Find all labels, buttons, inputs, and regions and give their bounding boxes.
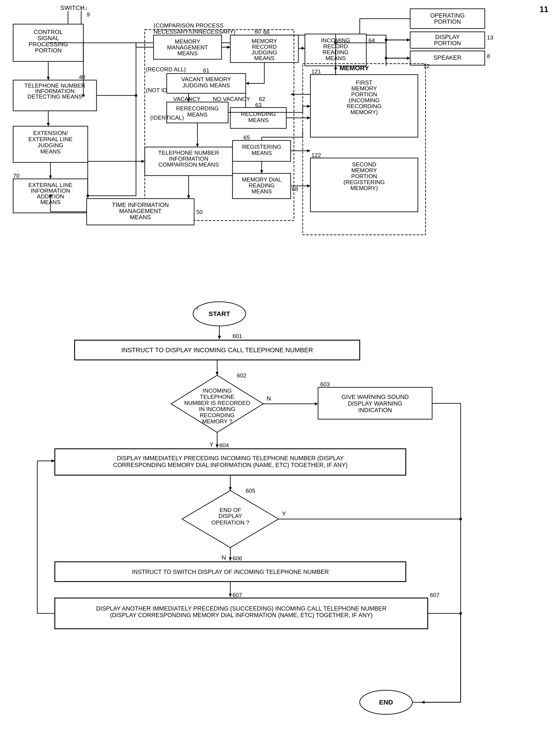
svg-text:PORTION: PORTION xyxy=(434,18,461,25)
svg-text:603: 603 xyxy=(320,381,330,387)
svg-text:DISPLAY: DISPLAY xyxy=(435,34,460,40)
svg-text:DISPLAY ANOTHER IMMEDIATELY PR: DISPLAY ANOTHER IMMEDIATELY PRECEDING (S… xyxy=(96,605,387,612)
svg-text:NUMBER IS RECORDED: NUMBER IS RECORDED xyxy=(184,400,250,406)
svg-point-186 xyxy=(87,195,89,197)
svg-text:RECORDING: RECORDING xyxy=(347,103,382,109)
svg-text:61: 61 xyxy=(203,67,210,74)
svg-text:Y: Y xyxy=(282,510,286,517)
svg-text:IN INCOMING: IN INCOMING xyxy=(199,406,235,412)
main-diagram-svg: 11 SWITCH ↓ ↓ 9 CONTROL SIGNAL PROCESSIN… xyxy=(0,0,560,742)
svg-text:DISPLAY WARNING: DISPLAY WARNING xyxy=(348,400,402,407)
svg-marker-223 xyxy=(216,444,219,448)
svg-marker-195 xyxy=(218,336,221,339)
svg-text:MEANS: MEANS xyxy=(254,55,274,61)
svg-text:(REGISTERING: (REGISTERING xyxy=(343,179,385,186)
svg-text:N: N xyxy=(222,554,226,561)
svg-text:607: 607 xyxy=(232,592,242,598)
svg-text:(COMPARISON PROCESS: (COMPARISON PROCESS xyxy=(154,22,224,29)
svg-text:MEMORY DIAL: MEMORY DIAL xyxy=(242,176,281,183)
svg-text:INDICATION: INDICATION xyxy=(358,407,392,414)
svg-marker-166 xyxy=(407,38,410,42)
svg-text:EXTERNAL LINE: EXTERNAL LINE xyxy=(28,136,72,143)
svg-text:MEMORY: MEMORY xyxy=(351,167,377,174)
svg-marker-187 xyxy=(142,160,145,163)
svg-text:GIVE WARNING SOUND: GIVE WARNING SOUND xyxy=(341,394,409,400)
svg-text:SPEAKER: SPEAKER xyxy=(434,54,461,61)
svg-text:↓ ↓: ↓ ↓ xyxy=(80,4,88,11)
svg-text:121: 121 xyxy=(312,68,321,75)
svg-text:↓: ↓ xyxy=(196,304,199,311)
svg-marker-200 xyxy=(216,372,219,375)
svg-marker-39 xyxy=(47,123,50,126)
svg-text:MEMORY: MEMORY xyxy=(175,38,201,45)
svg-text:JUDGING: JUDGING xyxy=(38,142,63,149)
svg-text:(INCOMING: (INCOMING xyxy=(348,97,380,104)
svg-text:TELEPHONE: TELEPHONE xyxy=(200,393,234,400)
svg-marker-180 xyxy=(187,195,190,199)
svg-text:65: 65 xyxy=(243,134,250,141)
svg-text:607: 607 xyxy=(430,592,439,598)
svg-text:NO VACANCY: NO VACANCY xyxy=(213,96,250,102)
svg-text:READING: READING xyxy=(249,182,275,189)
svg-text:PROCESSING: PROCESSING xyxy=(29,41,68,48)
svg-text:DETECTING MEANS: DETECTING MEANS xyxy=(27,93,82,100)
svg-text:INSTRUCT TO DISPLAY INCOMING C: INSTRUCT TO DISPLAY INCOMING CALL TELEPH… xyxy=(121,347,313,354)
svg-text:11: 11 xyxy=(540,5,548,14)
svg-marker-153 xyxy=(291,93,294,96)
svg-text:TIME INFORMATION: TIME INFORMATION xyxy=(112,202,169,208)
svg-text:122: 122 xyxy=(312,152,321,158)
svg-text:606: 606 xyxy=(232,555,242,562)
svg-text:INCOMING: INCOMING xyxy=(203,387,232,394)
svg-text:601: 601 xyxy=(232,333,242,339)
svg-marker-48 xyxy=(49,175,52,179)
svg-text:MEMORY): MEMORY) xyxy=(350,109,378,115)
svg-marker-178 xyxy=(196,144,199,147)
svg-text:MEANS: MEANS xyxy=(187,111,208,118)
svg-text:INFORMATION: INFORMATION xyxy=(169,155,208,162)
svg-point-237 xyxy=(459,518,462,520)
svg-text:SIGNAL: SIGNAL xyxy=(37,35,59,42)
svg-text:MEANS: MEANS xyxy=(177,50,198,57)
svg-text:INSTRUCT TO SWITCH DISPLAY OF : INSTRUCT TO SWITCH DISPLAY OF INCOMING T… xyxy=(132,569,329,575)
svg-text:604: 604 xyxy=(219,442,229,448)
svg-text:EXTENSION/: EXTENSION/ xyxy=(33,130,68,136)
svg-point-183 xyxy=(49,195,52,197)
svg-text:OPERATION ?: OPERATION ? xyxy=(212,519,249,526)
svg-text:MEANS: MEANS xyxy=(130,214,151,221)
svg-marker-168 xyxy=(407,57,410,60)
svg-text:VACANCY: VACANCY xyxy=(173,96,201,102)
svg-text:8: 8 xyxy=(487,53,490,59)
svg-marker-211 xyxy=(315,402,318,405)
svg-text:MEMORY: MEMORY xyxy=(340,64,369,71)
svg-marker-229 xyxy=(229,487,232,490)
svg-text:40: 40 xyxy=(79,74,85,80)
svg-text:PORTION: PORTION xyxy=(351,91,377,98)
svg-text:MEANS: MEANS xyxy=(248,117,269,123)
svg-point-170 xyxy=(385,39,387,41)
svg-marker-74 xyxy=(227,46,230,49)
svg-text:DISPLAY: DISPLAY xyxy=(219,513,242,519)
svg-marker-253 xyxy=(52,459,55,462)
svg-marker-157 xyxy=(260,170,263,173)
svg-marker-151 xyxy=(307,105,311,108)
svg-text:62: 62 xyxy=(259,96,265,102)
svg-marker-82 xyxy=(301,47,305,50)
svg-point-171 xyxy=(385,57,387,59)
svg-point-174 xyxy=(135,94,137,97)
svg-text:MEANS: MEANS xyxy=(251,188,272,195)
svg-text:PORTION: PORTION xyxy=(434,40,461,47)
svg-text:DISPLAY IMMEDIATELY PRECEDING : DISPLAY IMMEDIATELY PRECEDING INCOMING T… xyxy=(117,455,344,462)
svg-text:VACANT MEMORY: VACANT MEMORY xyxy=(181,76,231,83)
svg-marker-32 xyxy=(47,77,50,80)
svg-text:TELEPHONE NUMBER: TELEPHONE NUMBER xyxy=(158,150,219,156)
svg-marker-147 xyxy=(307,116,311,119)
svg-text:RECORDING: RECORDING xyxy=(241,111,276,117)
svg-text:REGISTERING: REGISTERING xyxy=(242,144,281,150)
svg-text:9: 9 xyxy=(87,11,90,18)
svg-text:68: 68 xyxy=(292,186,298,192)
svg-text:MEANS: MEANS xyxy=(40,148,61,155)
svg-marker-155 xyxy=(307,149,311,152)
svg-text:(RECORD ALL): (RECORD ALL) xyxy=(146,66,186,73)
svg-text:(DISPLAY CORRESPONDING MEMORY : (DISPLAY CORRESPONDING MEMORY DIAL INFOR… xyxy=(110,612,373,619)
svg-text:13: 13 xyxy=(487,34,493,41)
